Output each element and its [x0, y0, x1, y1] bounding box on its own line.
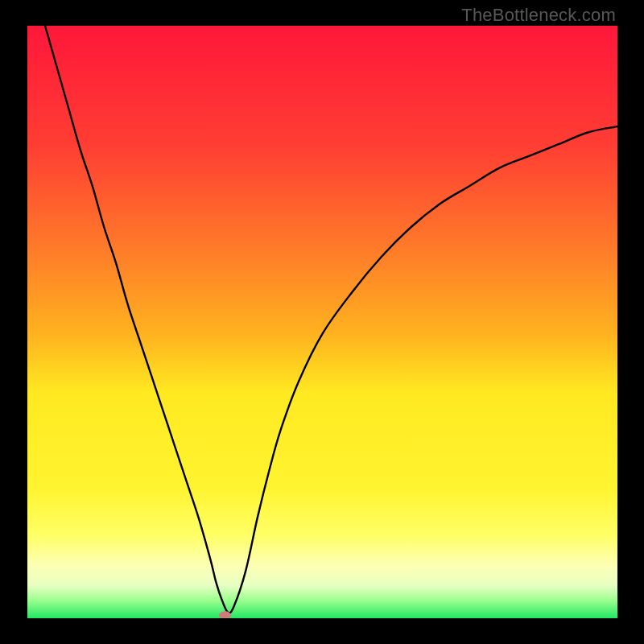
- chart-frame: TheBottleneck.com: [0, 0, 644, 644]
- bottleneck-curve: [27, 26, 617, 618]
- watermark-text: TheBottleneck.com: [461, 5, 616, 26]
- plot-area: [27, 26, 617, 618]
